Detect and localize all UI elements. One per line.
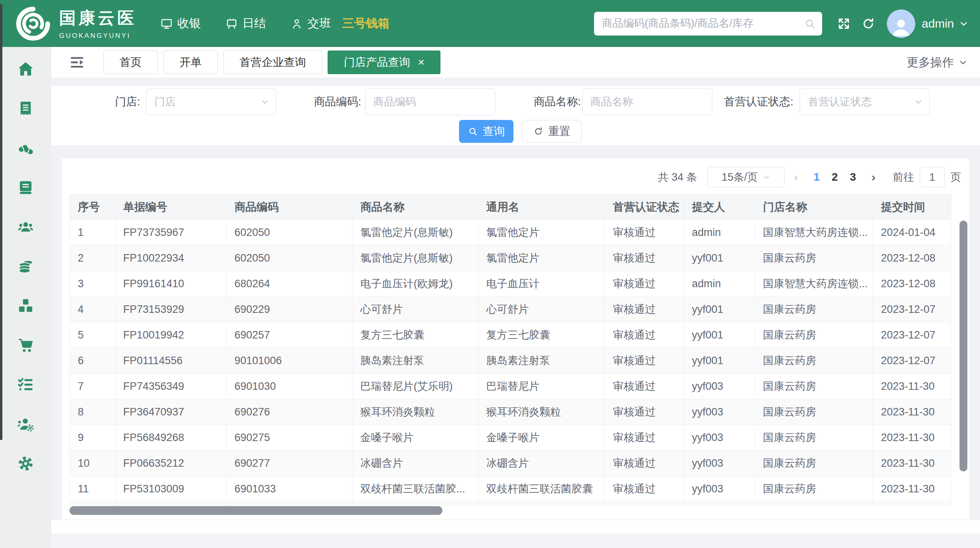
cashbox-label[interactable]: 三号钱箱 [342, 15, 390, 32]
user-avatar-icon[interactable] [887, 9, 915, 38]
sidebar-item-pills[interactable] [0, 128, 51, 168]
column-header: 商品名称 [352, 195, 478, 220]
brand-subtitle: GUOKANGYUNYI [59, 32, 137, 40]
prev-page-icon[interactable]: ‹ [785, 170, 808, 184]
cert-status-label: 首营认证状态: [699, 88, 793, 115]
checklist-icon [17, 376, 34, 393]
sidebar-item-user-settings[interactable] [0, 404, 51, 444]
store-filter-label: 门店: [75, 88, 140, 115]
sidebar-item-book[interactable] [0, 168, 51, 207]
sidebar-item-settings[interactable] [0, 444, 51, 483]
tab-home[interactable]: 首页 [103, 50, 158, 74]
reset-icon [533, 126, 543, 137]
column-header: 商品编码 [227, 195, 352, 220]
cert-status-select[interactable]: 首营认证状态 [800, 88, 930, 115]
brand-text: 国康云医 GUOKANGYUNYI [59, 7, 137, 40]
chevron-down-icon [260, 97, 270, 107]
tab-billing[interactable]: 开单 [163, 50, 218, 74]
table-cell: FP06635212 [115, 451, 227, 476]
products-table: 序号单据编号商品编码商品名称通用名首营认证状态提交人门店名称提交时间 1FP73… [69, 194, 951, 506]
receipt-icon [17, 100, 34, 117]
search-button[interactable]: 查询 [459, 120, 513, 143]
sidebar-item-home[interactable] [0, 49, 51, 89]
table-cell: 复方三七胶囊 [352, 322, 478, 348]
reset-button[interactable]: 重置 [522, 120, 582, 143]
fullscreen-icon[interactable] [837, 17, 851, 30]
results-card: 共 34 条 15条/页 ‹ 123 › 前往 页 序号单据编号商品编码商品名称… [61, 158, 970, 520]
goto-page-input[interactable] [920, 167, 945, 187]
tab-label: 首页 [120, 55, 142, 70]
table-cell: 金嗓子喉片 [352, 425, 478, 451]
table-cell: 电子血压计(欧姆龙) [352, 271, 478, 297]
sidebar-item-receipt[interactable] [0, 89, 51, 128]
search-icon[interactable] [804, 18, 816, 30]
table-cell: 巴瑞替尼片 [478, 374, 605, 399]
refresh-icon[interactable] [862, 17, 875, 30]
table-cell: 690257 [227, 322, 352, 348]
settings-icon [17, 455, 34, 472]
fold-menu-icon[interactable] [69, 54, 85, 71]
table-cell: 602050 [227, 220, 352, 245]
nav-item-shift[interactable]: 交班 [290, 15, 331, 32]
sidebar-item-coins[interactable] [0, 247, 51, 286]
table-cell [478, 502, 605, 507]
horizontal-scrollbar[interactable] [69, 506, 442, 515]
user-name[interactable]: admin [922, 17, 954, 30]
table-cell: 金嗓子喉片 [478, 425, 605, 451]
brand: 国康云医 GUOKANGYUNYI [14, 5, 137, 43]
table-cell: 审核通过 [605, 297, 684, 322]
table-cell: 氯雷他定片 [478, 245, 605, 271]
table-cell: 602050 [227, 245, 352, 271]
page-number-2[interactable]: 2 [826, 171, 844, 183]
column-header: 首营认证状态 [605, 195, 684, 220]
page-number-3[interactable]: 3 [844, 171, 862, 183]
more-actions-button[interactable]: 更多操作 [907, 54, 968, 71]
table-cell: FP10022934 [115, 245, 227, 271]
table-cell [873, 502, 951, 507]
goto-label: 前往 [893, 170, 914, 184]
sidebar-item-checklist[interactable] [0, 365, 51, 404]
product-code-input[interactable] [365, 88, 495, 115]
table-cell: FP73735967 [115, 220, 227, 245]
table-cell: 690276 [227, 399, 352, 425]
tab-close-icon[interactable]: × [418, 57, 424, 68]
sidebar-item-cubes[interactable] [0, 286, 51, 325]
table-cell: 6901030 [227, 374, 352, 399]
table-cell: 690277 [227, 451, 352, 476]
column-header: 单据编号 [115, 195, 227, 220]
tab-store-product-query[interactable]: 门店产品查询× [328, 50, 440, 74]
sidebar-item-team[interactable] [0, 207, 51, 247]
home-icon [17, 60, 34, 78]
table-cell [684, 502, 755, 507]
nav-item-daily-settle[interactable]: 日结 [225, 15, 266, 32]
next-page-icon[interactable]: › [862, 170, 885, 184]
table-cell: 国康云药房 [755, 245, 873, 271]
page-size-select[interactable]: 15条/页 [707, 167, 785, 187]
table-cell: 2023-12-08 [873, 271, 951, 297]
table-cell: FP36470937 [115, 399, 227, 425]
tab-first-enterprise-query[interactable]: 首营企业查询 [223, 50, 322, 74]
table-cell: yyf001 [684, 297, 755, 322]
table-cell: 国康智慧大药房连锁... [755, 271, 873, 297]
column-header: 序号 [70, 195, 115, 220]
nav-item-label: 交班 [307, 15, 331, 32]
product-name-input[interactable] [582, 88, 712, 115]
table-cell: 冰硼含片 [478, 451, 605, 476]
table-cell: 审核通过 [605, 399, 684, 425]
store-select[interactable]: 门店 [146, 88, 276, 115]
table-cell: 国康智慧大药房连锁... [755, 220, 873, 245]
page-number-1[interactable]: 1 [808, 171, 826, 183]
tab-label: 首营企业查询 [240, 55, 306, 70]
filter-panel: 门店: 门店 商品编码: 商品名称: 首营认证状态: 首营认证状态 [51, 86, 980, 145]
chevron-down-icon[interactable] [959, 19, 969, 29]
table-cell: 2 [70, 245, 115, 271]
tab-bar: 首页开单首营企业查询门店产品查询× 更多操作 [51, 47, 980, 78]
coins-icon [17, 258, 34, 275]
table-cell: 2023-11-30 [873, 451, 951, 476]
sidebar-item-cart[interactable] [0, 325, 51, 365]
table-cell: 8 [70, 399, 115, 425]
vertical-scrollbar[interactable] [959, 221, 967, 471]
table-cell: 10 [70, 451, 115, 476]
global-search-input[interactable] [594, 12, 822, 36]
nav-item-cashier[interactable]: 收银 [160, 15, 201, 32]
